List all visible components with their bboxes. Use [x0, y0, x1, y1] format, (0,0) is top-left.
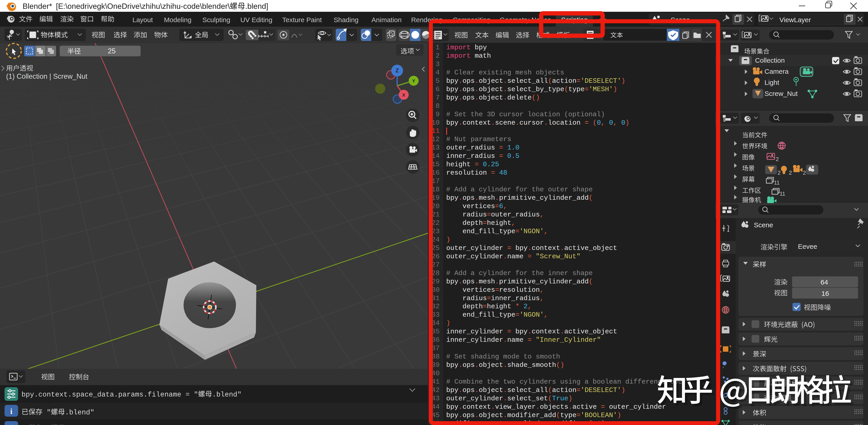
svg-text:2: 2	[789, 170, 792, 176]
svg-text:i: i	[10, 423, 12, 425]
svg-text:11: 11	[774, 179, 780, 186]
svg-text:i: i	[10, 407, 12, 416]
svg-text:11: 11	[780, 191, 785, 197]
svg-text:2: 2	[778, 170, 780, 176]
svg-text:2: 2	[803, 170, 806, 176]
svg-text:2: 2	[776, 156, 779, 162]
